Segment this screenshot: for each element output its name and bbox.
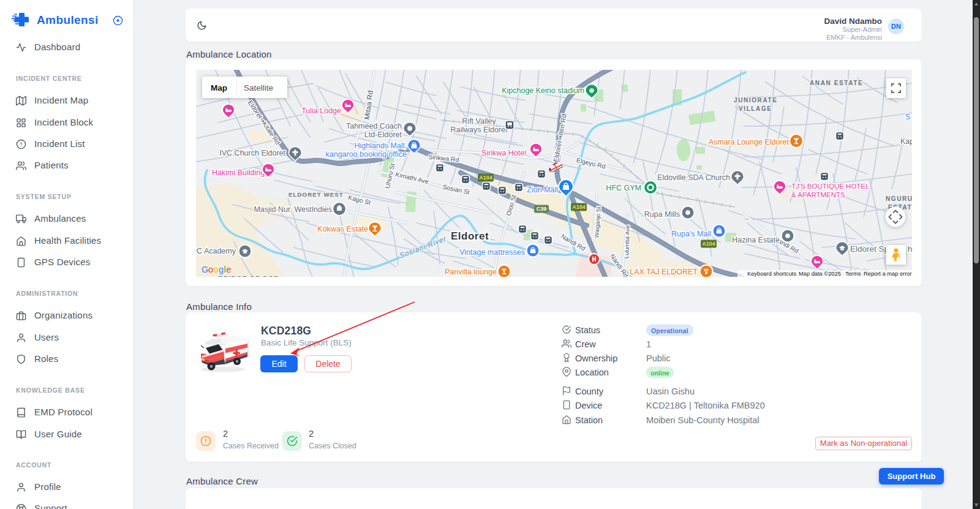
- svg-text:Eldoret: Eldoret: [451, 230, 489, 242]
- svg-text:VILLAGE: VILLAGE: [739, 105, 772, 112]
- svg-text:Railways Eldoret: Railways Eldoret: [450, 126, 508, 134]
- svg-text:& APARTMENTS: & APARTMENTS: [791, 191, 845, 198]
- svg-text:o: o: [214, 265, 219, 274]
- svg-text:o: o: [208, 265, 213, 274]
- svg-text:Zion Mall: Zion Mall: [527, 186, 558, 194]
- svg-text:h: h: [908, 244, 912, 254]
- svg-text:l: l: [224, 265, 226, 274]
- svg-text:Highlands Mall,: Highlands Mall,: [355, 141, 407, 150]
- svg-text:Kap: Kap: [900, 137, 912, 146]
- svg-text:BRIDGE OF GOD: BRIDGE OF GOD: [218, 275, 279, 277]
- svg-text:TJ'S BOUTIQUE HOTEL: TJ'S BOUTIQUE HOTEL: [791, 183, 870, 190]
- svg-text:IVC.Church Eldoret: IVC.Church Eldoret: [219, 149, 285, 157]
- svg-text:Kokwas Estate: Kokwas Estate: [317, 225, 368, 233]
- svg-text:LAX TAJ ELDORET: LAX TAJ ELDORET: [630, 268, 698, 276]
- svg-text:A104: A104: [572, 204, 586, 210]
- svg-text:Tulia Lodge: Tulia Lodge: [301, 107, 341, 115]
- svg-text:PC Academy: PC Academy: [196, 247, 236, 255]
- svg-text:kangaroo booking office: kangaroo booking office: [325, 150, 407, 159]
- svg-text:C39: C39: [537, 206, 547, 212]
- svg-text:HFC GYM: HFC GYM: [606, 184, 641, 192]
- svg-text:Rift Valley: Rift Valley: [462, 117, 496, 126]
- svg-text:g: g: [219, 265, 224, 274]
- svg-text:JUNIORATE: JUNIORATE: [734, 97, 777, 104]
- svg-text:e: e: [227, 265, 232, 274]
- svg-text:A104: A104: [702, 241, 715, 247]
- svg-text:Report a map error: Report a map error: [864, 271, 912, 277]
- svg-text:Kipchoge Keino stadium: Kipchoge Keino stadium: [502, 86, 584, 95]
- svg-text:ANAN ESTATE: ANAN ESTATE: [810, 80, 863, 86]
- svg-text:Tahmeed Coach: Tahmeed Coach: [346, 122, 402, 130]
- svg-text:Hakimi Building: Hakimi Building: [212, 168, 265, 177]
- svg-text:Keyboard shortcuts: Keyboard shortcuts: [747, 271, 796, 277]
- svg-text:Rupa's Mall: Rupa's Mall: [671, 230, 711, 238]
- svg-text:Map data ©2025: Map data ©2025: [799, 271, 841, 277]
- svg-text:Eldoville SDA Church: Eldoville SDA Church: [657, 173, 730, 182]
- svg-text:A104: A104: [479, 175, 492, 181]
- svg-text:Satellite: Satellite: [244, 83, 273, 92]
- svg-text:Asmara Lounge Eldoret: Asmara Lounge Eldoret: [709, 138, 790, 146]
- svg-text:Map: Map: [211, 83, 227, 92]
- svg-text:G: G: [202, 265, 208, 274]
- svg-text:NGURU: NGURU: [886, 195, 912, 202]
- svg-text:Terms: Terms: [845, 271, 861, 277]
- svg-text:Lulumba Ave: Lulumba Ave: [623, 225, 631, 258]
- svg-text:Ltd-Eldoret: Ltd-Eldoret: [364, 130, 402, 139]
- svg-text:Hazina Estate: Hazina Estate: [732, 236, 780, 244]
- svg-text:ELDORET WEST: ELDORET WEST: [288, 191, 344, 198]
- svg-text:Panvilla lounge: Panvilla lounge: [445, 268, 497, 276]
- svg-text:Vintage mattresses: Vintage mattresses: [459, 248, 525, 257]
- svg-text:Rupa Mills: Rupa Mills: [644, 210, 680, 219]
- svg-text:S: S: [905, 113, 910, 121]
- svg-text:Masjid Nur, WestIndies: Masjid Nur, WestIndies: [254, 205, 332, 214]
- svg-text:Sirikwa Hotel: Sirikwa Hotel: [481, 149, 526, 157]
